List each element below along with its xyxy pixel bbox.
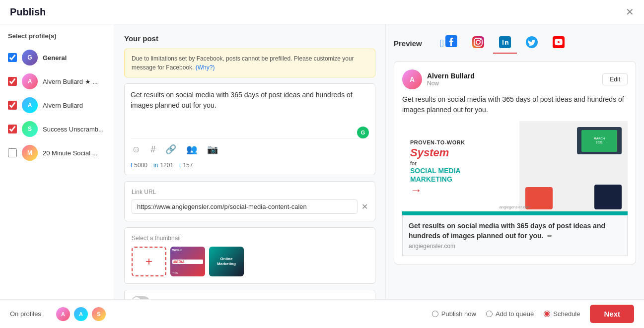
publish-now-label: Publish now — [441, 310, 476, 318]
tw-char-count: t 157 — [179, 162, 193, 169]
banner-system-text: System — [410, 146, 518, 159]
linkedin-icon-sm: in — [153, 162, 158, 169]
facebook-icon:  — [440, 37, 444, 50]
profile-item-su[interactable]: S Success Unscramb... — [0, 117, 114, 141]
tab-youtube[interactable] — [547, 33, 571, 54]
profile-name-ab2: Alvern Bullard — [43, 102, 83, 109]
link-url-input[interactable] — [132, 199, 358, 214]
why-link[interactable]: (Why?) — [196, 64, 215, 71]
link-clear-button[interactable]: ✕ — [361, 202, 368, 211]
thumbnail-row: + WORK MEDIA TING OnlineMarketing — [132, 247, 368, 276]
profile-item-ab1[interactable]: A Alvern Bullard ★ ... — [0, 69, 114, 93]
grammarly-container: G — [131, 127, 369, 138]
banner-tablet: MARCH2021 — [577, 127, 622, 154]
instagram-svg — [472, 36, 484, 48]
facebook-icon-sm: f — [131, 162, 132, 169]
avatar-su: S — [22, 121, 38, 137]
preview-caption-text: Get results on social media with 365 day… — [409, 222, 605, 240]
preview-text: Get results on social media with 365 day… — [402, 94, 628, 115]
schedule-label: Schedule — [553, 310, 580, 318]
middle-panel: Your post Due to limitations set by Face… — [114, 24, 386, 299]
add-to-queue-radio[interactable] — [486, 311, 493, 317]
link-url-section: Link URL ✕ — [124, 181, 375, 221]
modal-title: Publish — [10, 6, 46, 18]
modal-header: Publish ✕ — [0, 0, 644, 24]
tab-linkedin[interactable] — [493, 33, 517, 54]
add-to-queue-option[interactable]: Add to queue — [486, 310, 534, 318]
mention-button[interactable]: 👥 — [185, 143, 198, 156]
preview-caption-box: Get results on social media with 365 day… — [402, 215, 628, 256]
thumbnail-option-1[interactable]: WORK MEDIA TING — [170, 247, 205, 276]
link-input-row: ✕ — [132, 199, 368, 214]
publish-now-option[interactable]: Publish now — [432, 310, 476, 318]
close-button[interactable]: ✕ — [624, 4, 636, 20]
thumbnail-option-2[interactable]: OnlineMarketing — [209, 247, 244, 276]
profile-checkbox-ms[interactable] — [8, 148, 17, 157]
profile-name-su: Success Unscramb... — [43, 126, 104, 133]
twitter-svg — [526, 36, 538, 48]
caption-edit-icon[interactable]: ✏ — [547, 233, 552, 240]
schedule-radio[interactable] — [544, 311, 550, 317]
banner-arrow: → — [410, 183, 518, 197]
warning-text: Due to limitations set by Facebook, post… — [132, 55, 354, 71]
publish-now-radio[interactable] — [432, 311, 438, 317]
facebook-svg — [445, 35, 457, 47]
emoji-button[interactable]: ☺ — [131, 143, 142, 156]
edit-button[interactable]: Edit — [602, 73, 628, 85]
profile-item-general[interactable]: G General — [0, 46, 114, 69]
toggle-slider — [132, 296, 149, 299]
facebook-warning: Due to limitations set by Facebook, post… — [124, 49, 375, 77]
preview-banner-image: PROVEN-TO-WORK System for SOCIAL MEDIA M… — [402, 121, 628, 215]
li-char-count: in 1201 — [153, 162, 173, 169]
post-textarea[interactable]: Get results on social media with 365 day… — [131, 90, 369, 125]
linkedin-svg — [499, 36, 511, 48]
fb-char-count: f 5000 — [131, 162, 147, 169]
modal-body: Select profile(s) G General A Alvern Bul… — [0, 24, 644, 299]
banner-left: PROVEN-TO-WORK System for SOCIAL MEDIA M… — [402, 121, 526, 215]
link-button[interactable]: 🔗 — [164, 143, 177, 156]
svg-rect-7 — [553, 36, 565, 48]
schedule-option[interactable]: Schedule — [544, 310, 580, 318]
thumbnail-section: Select a thumbnail + WORK MEDIA TING — [124, 227, 375, 284]
profile-checkbox-general[interactable] — [8, 53, 17, 62]
tw-count: 157 — [183, 162, 193, 169]
post-toolbar: ☺ # 🔗 👥 📷 — [131, 138, 369, 158]
your-post-title: Your post — [124, 34, 375, 43]
char-counts: f 5000 in 1201 t 157 — [131, 162, 369, 169]
tab-instagram[interactable] — [466, 33, 490, 54]
banner-marketing-text: MARKETING — [410, 175, 518, 183]
youtube-svg — [553, 36, 565, 48]
preview-caption-title: Get results on social media with 365 day… — [409, 221, 621, 241]
banner-for-text: for — [410, 160, 518, 166]
image-button[interactable]: 📷 — [206, 143, 219, 156]
tab-facebook[interactable]:  — [434, 32, 464, 54]
twitter-icon-sm: t — [179, 162, 181, 169]
tab-twitter[interactable] — [520, 33, 544, 54]
avatar-ab2: A — [22, 97, 38, 113]
preview-header: Preview  — [394, 32, 636, 54]
profile-item-ms[interactable]: M 20 Minute Social ... — [0, 141, 114, 165]
svg-point-3 — [480, 39, 481, 40]
preview-title: Preview — [394, 39, 422, 48]
profile-checkbox-ab2[interactable] — [8, 101, 17, 110]
profile-item-ab2[interactable]: A Alvern Bullard — [0, 93, 114, 117]
preview-author-name: Alvern Bullard — [427, 72, 475, 80]
radio-group: Publish now Add to queue Schedule — [432, 310, 580, 318]
profile-checkbox-su[interactable] — [8, 125, 17, 133]
on-profiles-label: On profiles — [10, 310, 41, 318]
footer-avatar-1: A — [55, 306, 71, 322]
banner-social-text: SOCIAL MEDIA — [410, 167, 518, 175]
add-to-queue-label: Add to queue — [496, 310, 534, 318]
profile-checkbox-ab1[interactable] — [8, 77, 17, 86]
banner-teal-bar — [402, 211, 628, 215]
avatar-ms: M — [22, 145, 38, 161]
banner-proven-text: PROVEN-TO-WORK — [410, 139, 518, 145]
banner-right: MARCH2021 — [519, 121, 628, 215]
preview-time: Now — [427, 80, 475, 87]
hashtag-button[interactable]: # — [149, 143, 156, 156]
preview-profile-row: A Alvern Bullard Now Edit — [402, 69, 628, 89]
next-button[interactable]: Next — [590, 305, 634, 323]
utm-toggle[interactable] — [132, 296, 149, 299]
avatar-ab1: A — [22, 73, 38, 89]
thumbnail-add-button[interactable]: + — [132, 247, 166, 276]
